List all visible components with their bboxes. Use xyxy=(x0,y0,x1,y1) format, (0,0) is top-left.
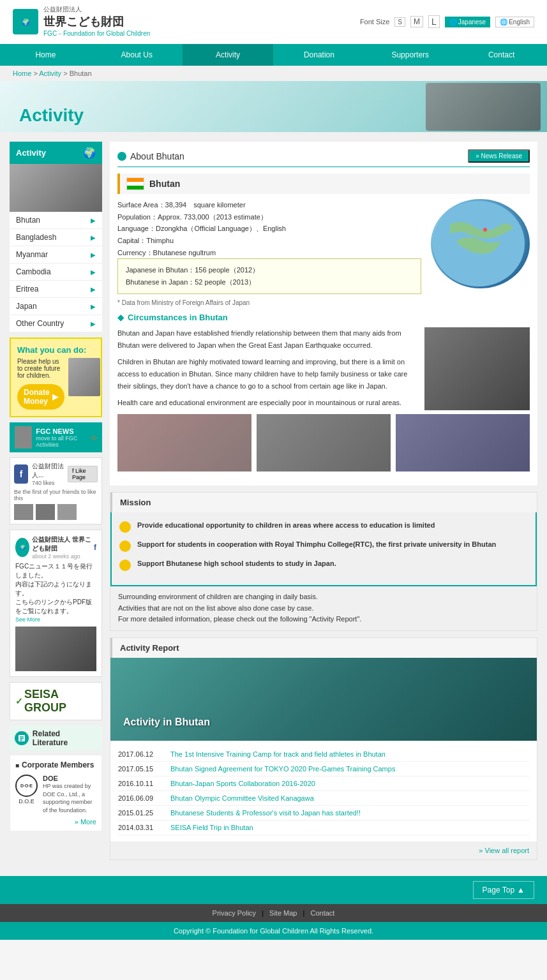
site-header: 🌍 公益財団法人 世界こども財団 FGC－Foundation for Glob… xyxy=(0,0,547,44)
logo-area: 🌍 公益財団法人 世界こども財団 FGC－Foundation for Glob… xyxy=(13,5,150,38)
report-link-6[interactable]: SEISA Field Trip in Bhutan xyxy=(170,824,253,831)
fb-icon-small: f xyxy=(94,543,96,552)
doe-member-row: D·O·E D.O.E DOE HP was created by DOE Co… xyxy=(15,775,96,814)
nav-home[interactable]: Home xyxy=(0,44,91,66)
circumstances-title: ◆ Circumstances in Bhutan xyxy=(117,313,530,322)
doe-logo-wrapper: D·O·E D.O.E xyxy=(15,775,38,805)
footer-links: Privacy Policy | Site Map | Contact xyxy=(0,904,547,922)
sidebar-item-other[interactable]: Other Country▶ xyxy=(10,315,102,332)
facebook-like-button[interactable]: f Like Page xyxy=(68,466,98,482)
sidebar-item-cambodia[interactable]: Cambodia▶ xyxy=(10,264,102,281)
related-literature-box[interactable]: Related Literature xyxy=(10,725,102,751)
logo-en: FGC－Foundation for Global Children xyxy=(43,29,150,38)
photo-1 xyxy=(117,414,251,471)
report-link-4[interactable]: Bhutan Olympic Committee Visited Kanagaw… xyxy=(170,794,314,802)
mission-text-1: Provide educational opportunity to child… xyxy=(137,520,435,531)
report-link-3[interactable]: Bhutan-Japan Sports Collaboration 2016-2… xyxy=(170,780,315,787)
about-bhutan-section: About Bhutan » News Release Bhutan Surfa… xyxy=(110,142,537,486)
fb-friend-img-2 xyxy=(36,504,55,520)
contact-link[interactable]: Contact xyxy=(310,909,334,917)
font-size-l[interactable]: L xyxy=(428,15,440,28)
doe-info: DOE HP was created by DOE Co., Ltd., a s… xyxy=(43,775,96,814)
report-date-4: 2016.06.09 xyxy=(118,794,163,802)
post-box: 🌍 公益財団法人 世界こども財団 about 2 weeks ago f FGC… xyxy=(10,530,102,677)
svg-point-5 xyxy=(483,228,487,232)
nav-about[interactable]: About Us xyxy=(91,44,183,66)
post-org-info: 公益財団法人 世界こども財団 about 2 weeks ago xyxy=(32,535,91,560)
facebook-logo: f xyxy=(14,464,28,484)
nav-donation[interactable]: Donation xyxy=(273,44,364,66)
nav-activity[interactable]: Activity xyxy=(183,44,274,66)
report-date-5: 2015.01.25 xyxy=(118,809,163,817)
sidebar-item-bhutan[interactable]: Bhutan▶ xyxy=(10,212,102,229)
footer-sep-2: | xyxy=(303,909,307,917)
report-link-5[interactable]: Bhutanese Students & Professor's visit t… xyxy=(170,809,361,817)
mission-content: Provide educational opportunity to child… xyxy=(110,512,537,586)
mission-item-3: Support Bhutanese high school students t… xyxy=(119,558,528,571)
country-name: Bhutan xyxy=(149,179,180,189)
post-org-logo: 🌍 xyxy=(15,538,29,557)
breadcrumb-home[interactable]: Home xyxy=(13,70,31,77)
header-right: Font Size S M L 🌐 Japanese 🌐 English xyxy=(360,15,534,28)
font-size-m[interactable]: M xyxy=(410,16,423,27)
font-size-label: Font Size xyxy=(360,18,389,26)
sidebar-item-japan[interactable]: Japan▶ xyxy=(10,298,102,315)
main-content: About Bhutan » News Release Bhutan Surfa… xyxy=(102,142,537,866)
report-list: 2017.06.12 The 1st Intensive Training Ca… xyxy=(110,741,537,842)
lang-japanese-btn[interactable]: 🌐 Japanese xyxy=(445,17,490,27)
fb-friend-images xyxy=(14,504,98,520)
sidebar-item-bangladesh[interactable]: Bangladesh▶ xyxy=(10,229,102,246)
activity-report-image: Activity in Bhutan xyxy=(110,658,537,741)
report-item-4: 2016.06.09 Bhutan Olympic Committee Visi… xyxy=(118,791,529,806)
news-release-button[interactable]: » News Release xyxy=(468,149,530,163)
bhutan-flag xyxy=(126,177,144,190)
font-size-s[interactable]: S xyxy=(394,17,405,27)
more-link[interactable]: » More xyxy=(15,818,96,826)
mission-text-2: Support for students in cooperation with… xyxy=(137,539,496,550)
view-all-link[interactable]: » View all report xyxy=(479,847,529,854)
sidebar-image xyxy=(10,164,102,212)
circumstances-photo xyxy=(424,327,530,410)
fgc-news-box[interactable]: FGC NEWS move to all FGC Activities ○ xyxy=(10,422,102,452)
report-item-3: 2016.10.11 Bhutan-Japan Sports Collabora… xyxy=(118,776,529,791)
privacy-policy-link[interactable]: Privacy Policy xyxy=(213,909,256,917)
page-top-button[interactable]: Page Top ▲ xyxy=(473,881,534,899)
sidebar-item-eritrea[interactable]: Eritrea▶ xyxy=(10,281,102,298)
logo-icon: 🌍 xyxy=(13,9,38,34)
globe-container xyxy=(431,199,530,288)
photo-2 xyxy=(257,414,391,471)
mission-bullet-3 xyxy=(119,560,131,571)
circumstances-section: Bhutan and Japan have established friend… xyxy=(117,327,530,414)
footnote: * Data from Ministry of Foreign Affairs … xyxy=(117,299,421,306)
bhutan-text-col: Surface Area：38,394 square kilometer Pop… xyxy=(117,199,421,313)
view-all-reports: » View all report xyxy=(110,842,537,859)
lang-english-btn[interactable]: 🌐 English xyxy=(495,17,534,27)
report-link-2[interactable]: Bhutan Signed Agreement for TOKYO 2020 P… xyxy=(170,765,395,773)
globe-image xyxy=(431,199,530,288)
corporate-box: Corporate Members D·O·E D.O.E DOE HP was… xyxy=(10,755,102,831)
donate-button[interactable]: Donate Money ▶ xyxy=(17,384,64,410)
nav-contact[interactable]: Contact xyxy=(456,44,547,66)
bhutan-photo-row xyxy=(117,414,530,471)
footer-top: Page Top ▲ xyxy=(0,876,547,904)
main-container: Activity 🌍 Bhutan▶ Bangladesh▶ Myanmar▶ … xyxy=(0,132,547,876)
report-link-1[interactable]: The 1st Intensive Training Camp for trac… xyxy=(170,750,386,758)
fb-header: f 公益財団法人... 740 likes f Like Page xyxy=(14,462,98,486)
sidebar-item-myanmar[interactable]: Myanmar▶ xyxy=(10,246,102,264)
post-see-more[interactable]: See More xyxy=(15,616,40,623)
mission-header: Mission xyxy=(110,493,537,512)
nav-supporters[interactable]: Supporters xyxy=(364,44,456,66)
sidebar-menu: Bhutan▶ Bangladesh▶ Myanmar▶ Cambodia▶ E… xyxy=(10,212,102,332)
doe-logo-text: D·O·E xyxy=(20,783,33,788)
breadcrumb-sep1: > xyxy=(33,70,39,77)
site-map-link[interactable]: Site Map xyxy=(269,909,297,917)
report-item-5: 2015.01.25 Bhutanese Students & Professo… xyxy=(118,806,529,820)
activity-report-label: Activity in Bhutan xyxy=(123,716,210,728)
bhutan-info-row: Surface Area：38,394 square kilometer Pop… xyxy=(117,199,530,313)
report-item-6: 2014.03.31 SEISA Field Trip in Bhutan xyxy=(118,820,529,835)
doe-logo: D·O·E xyxy=(15,775,38,797)
fgc-news-text: FGC NEWS move to all FGC Activities xyxy=(36,427,87,448)
breadcrumb-activity[interactable]: Activity xyxy=(39,70,61,77)
report-item-1: 2017.06.12 The 1st Intensive Training Ca… xyxy=(118,747,529,762)
mission-text-3: Support Bhutanese high school students t… xyxy=(137,558,336,569)
